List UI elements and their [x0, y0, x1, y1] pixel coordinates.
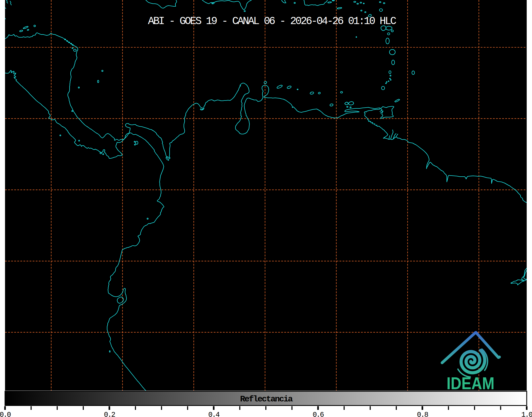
svg-text:0.6: 0.6: [313, 411, 324, 417]
svg-text:1.0: 1.0: [521, 411, 532, 417]
svg-text:0.4: 0.4: [208, 411, 219, 417]
svg-text:0.0: 0.0: [0, 411, 11, 417]
svg-text:ABI - GOES 19 - CANAL 06 - 202: ABI - GOES 19 - CANAL 06 - 2026-04-26 01…: [148, 15, 396, 27]
svg-text:Reflectancia: Reflectancia: [240, 394, 293, 404]
svg-text:0.8: 0.8: [417, 411, 428, 417]
svg-text:0.2: 0.2: [104, 411, 115, 417]
svg-text:IDEAM: IDEAM: [447, 374, 494, 393]
